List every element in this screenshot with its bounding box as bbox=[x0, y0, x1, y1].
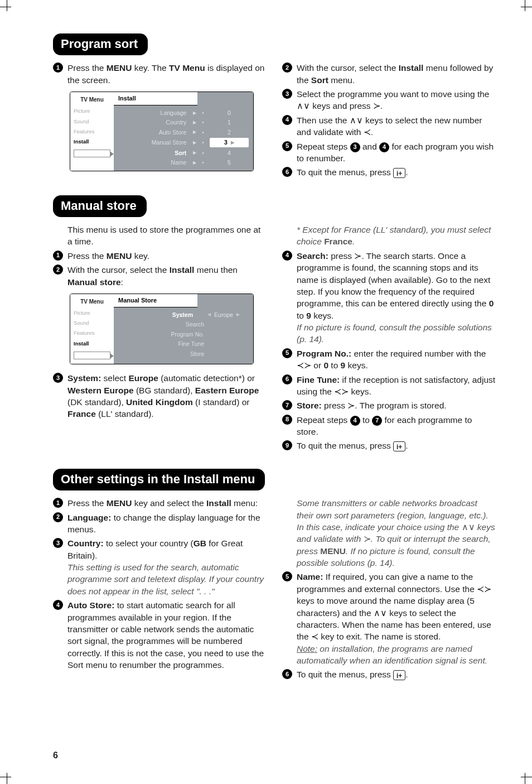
section-other-settings: Other settings in the Install menu 1 Pre… bbox=[53, 469, 496, 683]
arrow-right-icon: ≻ bbox=[347, 401, 355, 410]
step-6: 6 Fine Tune: if the reception is not sat… bbox=[282, 374, 496, 398]
step-5: 5 Program No.: enter the required number… bbox=[282, 348, 496, 372]
section-program-sort: Program sort 1 Press the MENU key. The T… bbox=[53, 33, 496, 181]
page-number: 6 bbox=[53, 749, 58, 762]
step-1: 1 Press the MENU key and select the Inst… bbox=[53, 497, 267, 509]
arrow-up-down-icon: ∧∨ bbox=[297, 101, 310, 110]
section-manual-store: Manual store This menu is used to store … bbox=[53, 195, 496, 454]
step-2: 2 With the cursor, select the Install me… bbox=[282, 62, 496, 86]
arrow-up-down-icon: ∧∨ bbox=[374, 608, 387, 618]
arrow-right-icon: ≻ bbox=[373, 101, 380, 110]
heading-manual-store: Manual store bbox=[53, 195, 147, 217]
step-4: 4 Search: press ≻. The search starts. On… bbox=[282, 250, 496, 345]
arrow-left-right-icon: ≺≻ bbox=[297, 360, 311, 370]
arrow-left-icon: ≺ bbox=[311, 632, 318, 641]
step-1: 1 Press the MENU key. bbox=[53, 250, 267, 262]
step-5: 5 Name: If required, you can give a name… bbox=[282, 571, 496, 666]
arrow-icon bbox=[74, 150, 110, 157]
intro-text: This menu is used to store the programme… bbox=[53, 224, 267, 248]
note-text: * Except for France (LL' standard), you … bbox=[282, 224, 496, 248]
arrow-left-icon: ≺ bbox=[364, 127, 371, 137]
step-6: 6 To quit the menus, press i+. bbox=[282, 166, 496, 178]
arrow-up-down-icon: ∧∨ bbox=[462, 522, 475, 532]
step-7: 7 Store: press ≻. The program is stored. bbox=[282, 400, 496, 411]
heading-other-settings: Other settings in the Install menu bbox=[53, 469, 265, 490]
step-5: 5 Repeat steps 3 and 4 for each program … bbox=[282, 141, 496, 165]
step-6: 6 To quit the menus, press i+. bbox=[282, 668, 496, 680]
step-4: 4 Then use the ∧∨ keys to select the new… bbox=[282, 114, 496, 138]
arrow-left-right-icon: ≺≻ bbox=[334, 387, 349, 396]
step-3: 3 System: select Europe (automatic detec… bbox=[53, 372, 267, 420]
arrow-up-down-icon: ∧∨ bbox=[350, 116, 363, 125]
step-1: 1 Press the MENU key. The TV Menu is dis… bbox=[53, 62, 267, 86]
step-2: 2 Language: to change the display langua… bbox=[53, 512, 267, 536]
arrow-right-icon: ≻ bbox=[354, 251, 361, 261]
step-3: 3 Select the programme you want to move … bbox=[282, 88, 496, 112]
menu-install: TV Menu Picture Sound Features Install I… bbox=[70, 92, 254, 171]
step-4: 4 Auto Store: to start automatic search … bbox=[53, 599, 267, 671]
arrow-icon bbox=[74, 352, 110, 359]
info-key-icon: i+ bbox=[393, 168, 405, 178]
arrow-left-right-icon: ≺≻ bbox=[477, 584, 491, 594]
step-8: 8 Repeat steps 4 to 7 for each programme… bbox=[282, 414, 496, 438]
info-key-icon: i+ bbox=[393, 670, 405, 680]
note-text: Some transmitters or cable networks broa… bbox=[282, 497, 496, 569]
menu-manual-store: TV Menu Picture Sound Features Install M… bbox=[70, 294, 254, 364]
arrow-right-icon: ≻ bbox=[364, 534, 371, 543]
step-9: 9 To quit the menus, press i+. bbox=[282, 440, 496, 451]
heading-program-sort: Program sort bbox=[53, 33, 148, 55]
step-3: 3 Country: to select your country (GB fo… bbox=[53, 537, 267, 597]
info-key-icon: i+ bbox=[393, 441, 405, 451]
step-2: 2 With the cursor, select the Install me… bbox=[53, 264, 267, 288]
